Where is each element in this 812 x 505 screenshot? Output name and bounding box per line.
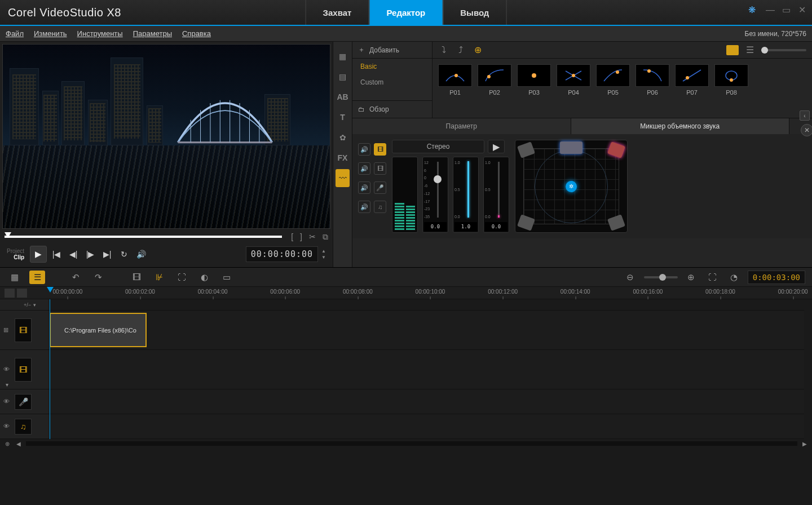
overlay-track-header[interactable]: 👁🎞▾: [0, 350, 48, 389]
rail-text-icon[interactable]: T: [333, 108, 352, 126]
timeline-view-button[interactable]: ☰: [29, 271, 45, 284]
rail-transition-icon[interactable]: ▤: [333, 68, 352, 86]
playhead[interactable]: [50, 299, 50, 439]
chapter-button[interactable]: ⛶: [174, 271, 189, 284]
mixer-play-button[interactable]: ▶: [488, 140, 505, 153]
preview-video[interactable]: [2, 44, 330, 229]
track-toggle-button[interactable]: +/−▾: [0, 299, 48, 311]
overlay-track[interactable]: [48, 350, 804, 389]
menu-tools[interactable]: Инструменты: [77, 29, 123, 38]
go-end-button[interactable]: ▶|: [100, 247, 114, 262]
ruler-mode-b[interactable]: [17, 289, 27, 298]
record-button[interactable]: 🎞: [129, 271, 144, 284]
menu-options[interactable]: Параметры: [133, 29, 172, 38]
cut-icon[interactable]: ✂: [309, 232, 316, 242]
audio-view-button[interactable]: ⊮: [151, 271, 167, 284]
left-fader[interactable]: 1.00.50.0 1.0: [453, 157, 479, 233]
redo-button[interactable]: ↷: [90, 271, 106, 284]
mode-tab-output[interactable]: Вывод: [443, 0, 506, 25]
ruler-mode-a[interactable]: [5, 289, 15, 298]
mute-video-button[interactable]: 🔊: [358, 143, 370, 156]
preset-p06[interactable]: P06: [636, 64, 669, 96]
zoom-in-button[interactable]: ⊕: [683, 271, 699, 284]
surround-field[interactable]: ✲: [515, 140, 628, 233]
preset-p07[interactable]: P07: [675, 64, 709, 96]
horizontal-scrollbar[interactable]: ⊕ ◀ ▶: [0, 439, 812, 448]
rail-media-icon[interactable]: ▦: [333, 47, 352, 65]
music-track-header[interactable]: 👁♫: [0, 414, 48, 439]
mode-clip-label[interactable]: Clip: [7, 254, 24, 260]
rail-fx-icon[interactable]: FX: [333, 149, 352, 167]
select-music-track[interactable]: ♫: [374, 201, 386, 213]
preset-p01[interactable]: P01: [438, 64, 472, 96]
mixer-close-button[interactable]: ✕: [801, 124, 812, 136]
preset-p08[interactable]: P08: [714, 64, 748, 96]
snapshot-icon[interactable]: ⧉: [323, 232, 328, 242]
voice-track-header[interactable]: 👁🎤: [0, 389, 48, 414]
mixer-tab-surround[interactable]: Микшер объемного звука: [571, 118, 790, 134]
go-start-button[interactable]: |◀: [49, 247, 64, 262]
preset-p05[interactable]: P05: [596, 64, 630, 96]
select-overlay-track[interactable]: 🎞: [374, 162, 386, 175]
video-clip[interactable]: C:\Program Files (x86)\Co: [50, 313, 147, 347]
menu-edit[interactable]: Изменить: [34, 29, 67, 38]
add-track-button[interactable]: ⊕: [3, 440, 11, 447]
add-category-button[interactable]: ＋Добавить: [352, 42, 432, 59]
mark-in-icon[interactable]: [: [291, 232, 293, 242]
mute-overlay-button[interactable]: 🔊: [358, 162, 370, 175]
project-duration-icon[interactable]: ◔: [726, 271, 742, 284]
rail-path-icon[interactable]: 〰: [336, 169, 350, 187]
close-button[interactable]: ✕: [797, 6, 806, 14]
zoom-out-button[interactable]: ⊖: [623, 271, 638, 284]
play-button[interactable]: ▶: [30, 246, 47, 263]
volume-button[interactable]: 🔊: [134, 247, 148, 262]
share-icon[interactable]: ❋: [748, 5, 756, 15]
timeline-ruler[interactable]: 00:00:00:00 00:00:02:00 00:00:04:00 00:0…: [0, 287, 812, 299]
maximize-button[interactable]: ▭: [782, 6, 791, 14]
mode-tab-capture[interactable]: Захват: [306, 0, 369, 25]
undo-button[interactable]: ↶: [68, 271, 83, 284]
prev-frame-button[interactable]: ◀|: [66, 247, 81, 262]
subtitle-button[interactable]: ◐: [196, 271, 212, 284]
storyboard-view-button[interactable]: ▦: [7, 271, 23, 284]
mode-project-label[interactable]: Project: [7, 248, 24, 254]
tc-up-icon[interactable]: ▲: [321, 249, 326, 254]
thumbnail-view-button[interactable]: [726, 45, 739, 55]
repeat-button[interactable]: ↻: [117, 247, 131, 262]
chevron-down-icon[interactable]: ▾: [6, 382, 8, 388]
preset-p02[interactable]: P02: [478, 64, 511, 96]
scrub-handle[interactable]: [5, 232, 11, 238]
rail-title-icon[interactable]: AB: [333, 88, 352, 106]
speaker-center-icon[interactable]: [560, 141, 582, 154]
thumb-zoom-slider[interactable]: [761, 49, 806, 51]
video-track[interactable]: C:\Program Files (x86)\Co: [48, 311, 804, 350]
scrub-bar[interactable]: [ ] ✂ ⧉: [2, 229, 330, 241]
mute-music-button[interactable]: 🔊: [358, 201, 370, 213]
list-view-button[interactable]: ☰: [744, 45, 756, 56]
select-video-track[interactable]: 🎞: [374, 143, 386, 156]
menu-help[interactable]: Справка: [182, 29, 211, 38]
music-track[interactable]: [48, 414, 804, 439]
multi-trim-button[interactable]: ▭: [219, 271, 235, 284]
next-frame-button[interactable]: |▶: [83, 247, 98, 262]
import-icon[interactable]: ⤵: [438, 45, 449, 56]
tracks-area[interactable]: C:\Program Files (x86)\Co: [48, 299, 804, 439]
mode-tab-edit[interactable]: Редактор: [369, 0, 443, 25]
export-icon[interactable]: ⤴: [455, 45, 466, 56]
video-track-header[interactable]: ⊞🎞: [0, 311, 48, 350]
rail-graphic-icon[interactable]: ✿: [333, 129, 352, 147]
tc-down-icon[interactable]: ▼: [321, 255, 326, 260]
mute-voice-button[interactable]: 🔊: [358, 181, 370, 194]
preset-p03[interactable]: P03: [517, 64, 551, 96]
category-basic[interactable]: Basic: [352, 59, 432, 74]
collapse-panel-button[interactable]: ‹: [800, 110, 810, 121]
mark-out-icon[interactable]: ]: [300, 232, 302, 242]
sort-icon[interactable]: ⊕: [472, 45, 483, 56]
fit-project-button[interactable]: ⛶: [705, 271, 721, 284]
preview-timecode[interactable]: 00:00:00:00: [246, 246, 318, 262]
menu-file[interactable]: Файл: [6, 29, 24, 38]
category-custom[interactable]: Custom: [352, 74, 432, 90]
surround-position-handle[interactable]: ✲: [566, 181, 577, 192]
right-fader[interactable]: 1.00.50.0 0.0: [483, 157, 509, 233]
select-voice-track[interactable]: 🎤: [374, 181, 386, 194]
